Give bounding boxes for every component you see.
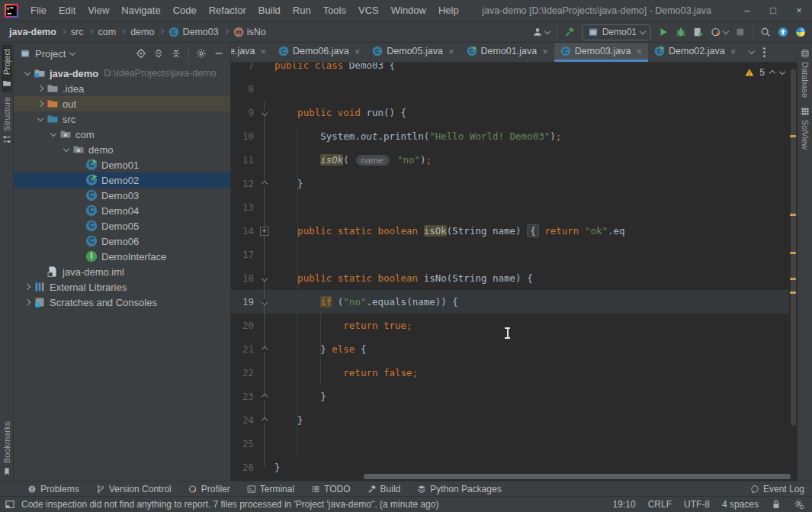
stripe-structure[interactable]: Structure [2,92,12,149]
code-text[interactable]: if ("no".equals(name)) { [274,296,458,308]
tree-item-demo[interactable]: demo [14,142,230,157]
tree-item-demointerface[interactable]: IDemoInterface [14,249,230,264]
toolbutton-problems[interactable]: Problems [27,484,79,494]
chevron-right-icon[interactable] [37,85,43,92]
fold-marker-icon[interactable] [254,111,274,115]
chevron-down-icon[interactable] [37,114,43,121]
tree-item-external-libraries[interactable]: External Libraries [14,279,230,295]
close-icon[interactable]: × [730,46,737,57]
profiler-button[interactable] [711,27,728,37]
menu-build[interactable]: Build [252,0,287,21]
code-line-25[interactable]: 25 [231,432,789,456]
stripe-database[interactable]: Database [800,44,810,102]
tree-item-demo06[interactable]: CDemo06 [14,233,230,249]
code-line-23[interactable]: 23 } [231,385,789,408]
stripe-project[interactable]: Project [2,44,12,92]
code-text[interactable]: } [274,414,303,426]
tree-item-demo04[interactable]: CDemo04 [14,203,230,218]
tree-item-idea[interactable]: .idea [14,81,230,96]
horizontal-scrollbar[interactable] [364,474,791,479]
breadcrumb-java-demo[interactable]: java-demo [9,27,56,37]
close-icon[interactable]: × [448,46,454,57]
build-hammer-button[interactable] [564,27,575,37]
menu-view[interactable]: View [82,0,115,21]
menu-code[interactable]: Code [167,0,203,21]
code-line-7[interactable]: 7public class Demo03 { [231,63,789,77]
run-button[interactable] [658,27,669,37]
file-encoding[interactable]: UTF-8 [684,499,710,510]
code-line-14[interactable]: 14 public static boolean isOk(String nam… [231,219,789,243]
inspection-widget[interactable]: 5 [745,67,785,78]
run-configuration-select[interactable]: Demo01 [582,24,651,40]
fold-marker-icon[interactable] [254,418,274,423]
code-line-12[interactable]: 12 } [231,172,789,195]
vcs-user-button[interactable] [532,27,550,37]
next-warning-icon[interactable] [779,68,785,74]
close-icon[interactable]: × [355,46,361,57]
fold-marker-icon[interactable] [254,182,274,186]
hidden-tabs-icon[interactable] [749,48,755,54]
stop-button[interactable] [735,27,746,37]
menu-navigate[interactable]: Navigate [115,0,166,21]
gear-icon[interactable] [196,48,207,59]
toolbutton-python-packages[interactable]: Python Packages [417,484,501,494]
project-panel-title[interactable]: Project [35,48,66,60]
menu-file[interactable]: File [24,0,53,21]
toolbutton-terminal[interactable]: Terminal [247,484,294,494]
code-text[interactable]: } [274,178,303,189]
code-text[interactable]: } [274,391,326,402]
toolbutton-profiler[interactable]: Profiler [188,484,230,494]
tree-item-scratches-and-consoles[interactable]: Scratches and Consoles [14,295,230,310]
code-line-18[interactable]: 18 public static boolean isNo(String nam… [231,266,789,290]
collapse-all-icon[interactable] [171,48,181,59]
close-icon[interactable]: × [636,46,642,57]
toolbutton-version-control[interactable]: Version Control [96,484,172,494]
tree-item-java-demo-iml[interactable]: java-demo.iml [14,264,230,279]
code-text[interactable]: public class Demo03 { [274,63,395,71]
tree-item-demo02[interactable]: CDemo02 [14,172,230,188]
close-icon[interactable]: × [542,46,548,57]
line-separator[interactable]: CRLF [648,499,672,510]
inspections-gear-icon[interactable] [794,499,804,510]
toolbutton-event-log[interactable]: Event Log [750,484,804,494]
fold-marker-icon[interactable] [254,227,274,236]
stripe-bookmarks[interactable]: Bookmarks [2,417,12,481]
lock-icon[interactable] [771,499,782,510]
breadcrumb-src[interactable]: src [71,27,84,37]
tree-item-java-demo[interactable]: java-demoD:\IdeaProjects\java-demo [14,66,230,81]
chevron-right-icon[interactable] [24,284,30,290]
code-line-22[interactable]: 22 return false; [231,361,789,385]
expand-all-icon[interactable] [153,48,164,59]
code-text[interactable]: return true; [274,320,412,331]
tab-demo01-java[interactable]: CDemo01.java× [461,43,554,62]
tree-item-demo05[interactable]: CDemo05 [14,218,230,233]
tree-item-com[interactable]: com [14,127,230,142]
menu-tools[interactable]: Tools [317,0,352,21]
indent-setting[interactable]: 4 spaces [722,499,759,510]
breadcrumb-isno[interactable]: misNo [233,27,266,37]
chevron-right-icon[interactable] [37,101,43,107]
code-text[interactable]: public void run() { [274,107,406,118]
code-line-19[interactable]: 19 if ("no".equals(name)) { [231,290,789,314]
menu-window[interactable]: Window [385,0,432,21]
code-text[interactable]: public static boolean isNo(String name) … [274,272,533,284]
fold-marker-icon[interactable] [254,394,274,399]
code-line-9[interactable]: 9 public void run() { [231,101,789,124]
caret-position[interactable]: 19:10 [613,499,636,510]
chevron-down-icon[interactable] [63,145,69,151]
code-line-17[interactable]: 17 [231,243,789,266]
tab-e-java[interactable]: e.java× [231,43,272,62]
code-editor[interactable]: 7public class Demo03 {89 public void run… [231,63,797,481]
menu-help[interactable]: Help [432,0,465,21]
tab-options-icon[interactable] [763,51,765,53]
breadcrumb-com[interactable]: com [98,27,117,37]
tab-demo06-java[interactable]: CDemo06.java× [272,43,366,62]
code-text[interactable]: return false; [274,367,418,378]
menu-edit[interactable]: Edit [53,0,82,21]
menu-vcs[interactable]: VCS [352,0,385,21]
chevron-down-icon[interactable] [24,69,30,75]
code-text[interactable]: System.out.println("Hello World! Demo03"… [274,130,561,142]
fold-marker-icon[interactable] [254,276,274,281]
code-line-24[interactable]: 24 } [231,408,789,432]
fold-marker-icon[interactable] [254,300,274,304]
